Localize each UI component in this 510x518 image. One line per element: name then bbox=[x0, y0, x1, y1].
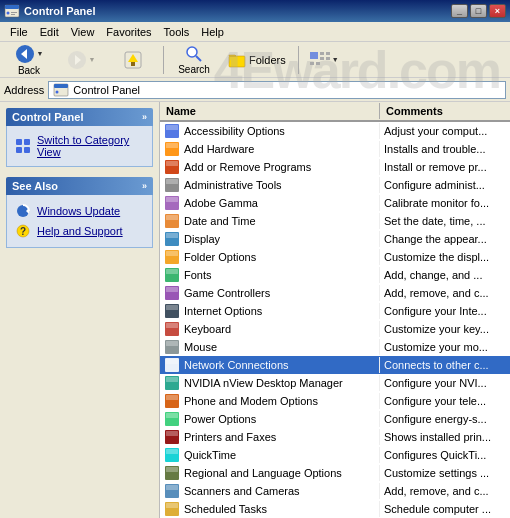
title-bar-buttons: _ □ × bbox=[451, 4, 506, 18]
list-item[interactable]: Scheduled TasksSchedule computer ... bbox=[160, 500, 510, 518]
menu-help[interactable]: Help bbox=[195, 24, 230, 40]
forward-arrow: ▼ bbox=[89, 56, 96, 63]
svg-rect-42 bbox=[166, 197, 178, 202]
item-name: Folder Options bbox=[184, 251, 256, 263]
svg-rect-21 bbox=[316, 62, 320, 65]
switch-view-label: Switch to Category View bbox=[37, 134, 144, 158]
views-button[interactable]: ▼ bbox=[304, 44, 344, 76]
list-item[interactable]: Accessibility OptionsAdjust your comput.… bbox=[160, 122, 510, 140]
minimize-button[interactable]: _ bbox=[451, 4, 468, 18]
address-field[interactable]: Control Panel bbox=[48, 81, 506, 99]
sidebar-collapse-icon-cp[interactable]: » bbox=[142, 112, 147, 122]
back-button[interactable]: ▼ Back bbox=[4, 44, 54, 76]
item-icon bbox=[164, 303, 180, 319]
item-icon bbox=[164, 141, 180, 157]
menu-file[interactable]: File bbox=[4, 24, 34, 40]
item-name: Add or Remove Programs bbox=[184, 161, 311, 173]
item-name: Game Controllers bbox=[184, 287, 270, 299]
sidebar-item-switch-view[interactable]: Switch to Category View bbox=[11, 132, 148, 160]
svg-rect-25 bbox=[16, 139, 22, 145]
item-comment: Calibrate monitor fo... bbox=[380, 197, 510, 209]
list-item[interactable]: Add or Remove ProgramsInstall or remove … bbox=[160, 158, 510, 176]
list-item[interactable]: NVIDIA nView Desktop ManagerConfigure yo… bbox=[160, 374, 510, 392]
list-item[interactable]: Network ConnectionsConnects to other c..… bbox=[160, 356, 510, 374]
svg-rect-52 bbox=[166, 287, 178, 292]
list-item[interactable]: Phone and Modem OptionsConfigure your te… bbox=[160, 392, 510, 410]
item-icon bbox=[164, 393, 180, 409]
search-label: Search bbox=[178, 64, 210, 75]
folders-button[interactable]: Folders bbox=[221, 44, 293, 76]
address-value: Control Panel bbox=[73, 84, 140, 96]
item-icon bbox=[164, 285, 180, 301]
items-list[interactable]: Accessibility OptionsAdjust your comput.… bbox=[160, 122, 510, 518]
svg-rect-58 bbox=[166, 341, 178, 346]
item-name: QuickTime bbox=[184, 449, 236, 461]
close-button[interactable]: × bbox=[489, 4, 506, 18]
sidebar-seealso-label: See Also bbox=[12, 180, 58, 192]
up-icon bbox=[123, 50, 143, 70]
sidebar-body-cp: Switch to Category View bbox=[6, 126, 153, 167]
col-header-name[interactable]: Name bbox=[160, 103, 380, 119]
sidebar-collapse-icon-seealso[interactable]: » bbox=[142, 181, 147, 191]
list-item[interactable]: FontsAdd, change, and ... bbox=[160, 266, 510, 284]
sidebar-cp-label: Control Panel bbox=[12, 111, 84, 123]
svg-rect-3 bbox=[11, 12, 17, 13]
menu-edit[interactable]: Edit bbox=[34, 24, 65, 40]
svg-rect-34 bbox=[166, 125, 178, 130]
svg-rect-44 bbox=[166, 215, 178, 220]
item-comment: Configure energy-s... bbox=[380, 413, 510, 425]
forward-button[interactable]: ▼ bbox=[56, 44, 106, 76]
item-comment: Add, remove, and c... bbox=[380, 485, 510, 497]
item-comment: Customize settings ... bbox=[380, 467, 510, 479]
up-button[interactable] bbox=[108, 44, 158, 76]
svg-rect-40 bbox=[166, 179, 178, 184]
item-icon bbox=[164, 375, 180, 391]
item-comment: Add, remove, and c... bbox=[380, 287, 510, 299]
svg-rect-76 bbox=[166, 503, 178, 508]
menu-favorites[interactable]: Favorites bbox=[100, 24, 157, 40]
col-header-comments[interactable]: Comments bbox=[380, 103, 510, 119]
list-item[interactable]: Regional and Language OptionsCustomize s… bbox=[160, 464, 510, 482]
item-icon bbox=[164, 429, 180, 445]
item-name: Phone and Modem Options bbox=[184, 395, 318, 407]
svg-rect-54 bbox=[166, 305, 178, 310]
list-item[interactable]: QuickTimeConfigures QuickTi... bbox=[160, 446, 510, 464]
search-button[interactable]: Search bbox=[169, 44, 219, 76]
list-item[interactable]: Folder OptionsCustomize the displ... bbox=[160, 248, 510, 266]
list-item[interactable]: Date and TimeSet the date, time, ... bbox=[160, 212, 510, 230]
list-item[interactable]: KeyboardCustomize your key... bbox=[160, 320, 510, 338]
svg-rect-62 bbox=[166, 377, 178, 382]
list-item[interactable]: Power OptionsConfigure energy-s... bbox=[160, 410, 510, 428]
list-item[interactable]: MouseCustomize your mo... bbox=[160, 338, 510, 356]
list-item[interactable]: Scanners and CamerasAdd, remove, and c..… bbox=[160, 482, 510, 500]
list-item[interactable]: Internet OptionsConfigure your Inte... bbox=[160, 302, 510, 320]
menu-view[interactable]: View bbox=[65, 24, 101, 40]
list-item[interactable]: DisplayChange the appear... bbox=[160, 230, 510, 248]
list-item[interactable]: Printers and FaxesShows installed prin..… bbox=[160, 428, 510, 446]
sidebar-header-cp: Control Panel » bbox=[6, 108, 153, 126]
list-item[interactable]: Add HardwareInstalls and trouble... bbox=[160, 140, 510, 158]
item-name: Regional and Language Options bbox=[184, 467, 342, 479]
item-comment: Change the appear... bbox=[380, 233, 510, 245]
item-comment: Configure your tele... bbox=[380, 395, 510, 407]
maximize-button[interactable]: □ bbox=[470, 4, 487, 18]
address-icon bbox=[53, 82, 69, 98]
item-icon bbox=[164, 249, 180, 265]
item-name: Printers and Faxes bbox=[184, 431, 276, 443]
menu-tools[interactable]: Tools bbox=[158, 24, 196, 40]
item-comment: Configure your Inte... bbox=[380, 305, 510, 317]
sidebar-header-seealso: See Also » bbox=[6, 177, 153, 195]
svg-text:?: ? bbox=[20, 226, 26, 237]
list-item[interactable]: Administrative ToolsConfigure administ..… bbox=[160, 176, 510, 194]
column-headers: Name Comments bbox=[160, 102, 510, 122]
list-item[interactable]: Adobe GammaCalibrate monitor fo... bbox=[160, 194, 510, 212]
sidebar-item-help[interactable]: ? Help and Support bbox=[11, 221, 148, 241]
svg-rect-26 bbox=[24, 139, 30, 145]
list-item[interactable]: Game ControllersAdd, remove, and c... bbox=[160, 284, 510, 302]
sidebar-item-windows-update[interactable]: Windows Update bbox=[11, 201, 148, 221]
item-comment: Connects to other c... bbox=[380, 359, 510, 371]
item-name: Accessibility Options bbox=[184, 125, 285, 137]
folders-icon bbox=[228, 51, 246, 69]
item-comment: Configure administ... bbox=[380, 179, 510, 191]
item-icon bbox=[164, 357, 180, 373]
